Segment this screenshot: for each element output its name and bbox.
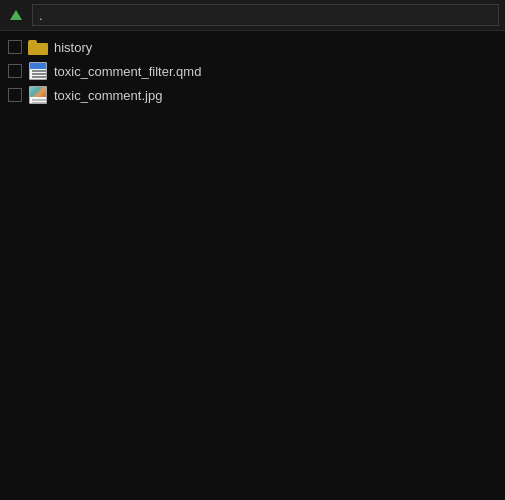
file-name: history (54, 40, 92, 55)
file-list: historytoxic_comment_filter.qmdtoxic_com… (0, 31, 505, 500)
path-input[interactable] (32, 4, 499, 26)
jpg-file-icon (29, 86, 47, 104)
up-button[interactable] (6, 8, 26, 22)
qmd-file-icon (29, 62, 47, 80)
file-checkbox[interactable] (8, 40, 22, 54)
folder-icon (28, 39, 48, 55)
file-checkbox[interactable] (8, 88, 22, 102)
file-name: toxic_comment_filter.qmd (54, 64, 201, 79)
list-item[interactable]: toxic_comment_filter.qmd (0, 59, 505, 83)
file-name: toxic_comment.jpg (54, 88, 162, 103)
file-manager: historytoxic_comment_filter.qmdtoxic_com… (0, 0, 505, 500)
list-item[interactable]: toxic_comment.jpg (0, 83, 505, 107)
file-checkbox[interactable] (8, 64, 22, 78)
toolbar (0, 0, 505, 31)
up-arrow-icon (10, 10, 22, 20)
list-item[interactable]: history (0, 35, 505, 59)
